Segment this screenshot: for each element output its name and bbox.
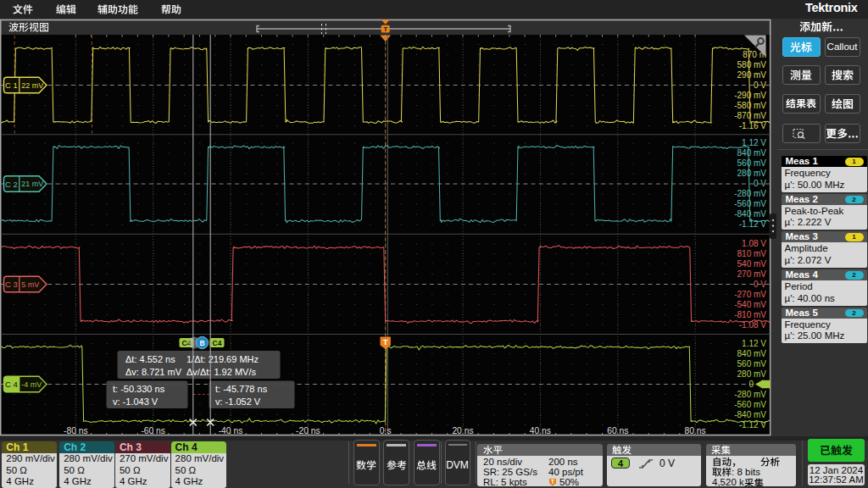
svg-text:1.12 V: 1.12 V: [742, 138, 766, 147]
svg-text:840 mV: 840 mV: [737, 148, 767, 158]
svg-text:580 mV: 580 mV: [737, 60, 767, 69]
svg-text:-1.08 V: -1.08 V: [739, 320, 767, 330]
svg-text:C 2: C 2: [5, 180, 18, 189]
svg-text:0 V: 0 V: [754, 80, 766, 90]
svg-text:0: 0: [748, 380, 754, 389]
svg-text:v: -1.052 V: v: -1.052 V: [215, 396, 261, 407]
svg-text:-810 mV: -810 mV: [734, 310, 766, 319]
svg-text:-1.12 V: -1.12 V: [739, 420, 767, 430]
svg-text:280 mV: 280 mV: [737, 369, 767, 379]
svg-text:5 mV: 5 mV: [21, 280, 39, 289]
svg-text:21 mV: 21 mV: [21, 180, 43, 188]
svg-text:C 1: C 1: [5, 80, 18, 90]
svg-text:0 s: 0 s: [380, 426, 392, 435]
svg-text:Δt: 4.552 ns: Δt: 4.552 ns: [125, 354, 175, 364]
svg-text:-280 mV: -280 mV: [734, 189, 766, 198]
svg-text:810 mV: 810 mV: [737, 249, 767, 258]
svg-text:-60 ns: -60 ns: [141, 426, 165, 435]
svg-text:540 mV: 540 mV: [737, 259, 767, 269]
svg-text:C 3: C 3: [5, 280, 18, 289]
svg-text:840 mV: 840 mV: [737, 349, 767, 358]
svg-text:1.12 V: 1.12 V: [742, 339, 766, 348]
svg-text:-290 mV: -290 mV: [734, 91, 766, 100]
svg-text:290 mV: 290 mV: [737, 70, 767, 80]
svg-text:-1.12 V: -1.12 V: [739, 219, 767, 229]
svg-text:-870 mV: -870 mV: [734, 111, 766, 120]
svg-text:C4: C4: [213, 339, 222, 347]
svg-text:-4 mV: -4 mV: [21, 380, 42, 389]
svg-text:-270 mV: -270 mV: [734, 290, 766, 299]
svg-text:270 mV: 270 mV: [737, 269, 767, 279]
svg-text:20 ns: 20 ns: [452, 426, 473, 435]
svg-text:0 V: 0 V: [754, 280, 766, 289]
svg-text:-560 mV: -560 mV: [734, 400, 766, 409]
svg-text:v: -1.043 V: v: -1.043 V: [113, 396, 159, 407]
svg-text:-80 ns: -80 ns: [64, 426, 88, 435]
svg-text:0 V: 0 V: [754, 179, 766, 188]
svg-text:-580 mV: -580 mV: [734, 101, 766, 110]
svg-text:B: B: [199, 339, 204, 347]
svg-text:-560 mV: -560 mV: [734, 199, 766, 208]
svg-text:560 mV: 560 mV: [737, 359, 767, 369]
svg-text:1/Δt: 219.69 MHz: 1/Δt: 219.69 MHz: [186, 354, 259, 364]
svg-text:Δv/Δt: 1.92 MV/s: Δv/Δt: 1.92 MV/s: [186, 367, 256, 377]
svg-text:22 mV: 22 mV: [21, 81, 43, 90]
svg-text:t: -45.778 ns: t: -45.778 ns: [215, 384, 268, 394]
svg-text:Δv: 8.721 mV: Δv: 8.721 mV: [125, 367, 182, 377]
svg-text:-540 mV: -540 mV: [734, 300, 766, 309]
svg-text:280 mV: 280 mV: [737, 169, 767, 178]
svg-text:-280 mV: -280 mV: [734, 390, 766, 399]
svg-text:80 ns: 80 ns: [684, 426, 705, 435]
svg-text:560 mV: 560 mV: [737, 158, 767, 168]
svg-text:60 ns: 60 ns: [607, 426, 628, 435]
svg-text:-1.16 V: -1.16 V: [739, 121, 767, 130]
svg-text:T: T: [383, 25, 387, 33]
svg-text:C 4: C 4: [5, 380, 18, 389]
svg-text:-40 ns: -40 ns: [219, 426, 243, 435]
svg-text:40 ns: 40 ns: [530, 426, 551, 435]
svg-text:-840 mV: -840 mV: [734, 410, 766, 419]
svg-text:t: -50.330 ns: t: -50.330 ns: [113, 384, 165, 394]
svg-text:T: T: [383, 338, 388, 347]
svg-text:T: T: [551, 479, 554, 485]
svg-text:1.08 V: 1.08 V: [742, 239, 766, 248]
svg-text:-840 mV: -840 mV: [734, 209, 766, 219]
svg-text:-20 ns: -20 ns: [296, 426, 320, 435]
